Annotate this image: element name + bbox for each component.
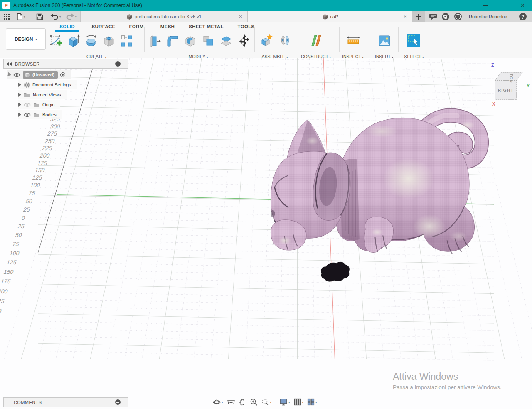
ruler-number: 250 bbox=[44, 138, 55, 144]
undo-button[interactable]: ▾ bbox=[49, 12, 62, 22]
ruler-number: 100 bbox=[9, 250, 20, 256]
visibility-off-eye-icon[interactable] bbox=[24, 103, 31, 107]
document-tab-2-close[interactable]: × bbox=[404, 14, 407, 20]
viewports-tool[interactable]: ▾ bbox=[307, 398, 317, 406]
viewport-canvas[interactable]: 3253002752502252001751501251007550250255… bbox=[0, 58, 532, 409]
extrude-button[interactable] bbox=[67, 33, 80, 48]
file-menu-caret: ▾ bbox=[24, 15, 25, 18]
workspace-selector[interactable]: DESIGN▾ bbox=[6, 28, 46, 50]
redo-icon bbox=[66, 13, 74, 20]
document-tab-1[interactable]: porta catena lato carrello X v6 v1 × bbox=[80, 11, 248, 22]
view-cube-top-face[interactable] bbox=[495, 72, 522, 81]
extensions-icon[interactable] bbox=[441, 12, 450, 21]
tree-item-document-settings[interactable]: Document Settings bbox=[18, 80, 77, 89]
select-button[interactable] bbox=[406, 33, 421, 48]
zoom-window-caret: ▾ bbox=[270, 401, 272, 404]
pan-tool[interactable] bbox=[239, 398, 246, 406]
restore-button[interactable] bbox=[495, 0, 513, 11]
move-button[interactable] bbox=[238, 33, 251, 48]
minimize-button[interactable] bbox=[476, 0, 495, 11]
combine-button[interactable] bbox=[202, 33, 215, 48]
group-divider bbox=[398, 27, 399, 52]
expand-icon[interactable] bbox=[18, 113, 21, 117]
svg-text:RIGHT: RIGHT bbox=[498, 88, 514, 93]
tree-item-named-views[interactable]: Named Views bbox=[18, 90, 67, 99]
orbit-tool[interactable]: ▾ bbox=[213, 398, 223, 406]
ruler-number: 75 bbox=[28, 190, 35, 196]
apps-grid-icon bbox=[4, 14, 10, 20]
activate-component-icon[interactable] bbox=[60, 72, 65, 77]
tab-tools[interactable]: TOOLS bbox=[236, 24, 256, 31]
construct-plane-button[interactable] bbox=[309, 33, 323, 48]
orbit-icon bbox=[213, 398, 221, 406]
tree-item-bodies[interactable]: Bodies bbox=[18, 110, 62, 119]
redo-button[interactable]: ▾ bbox=[65, 12, 78, 22]
expand-icon[interactable] bbox=[18, 103, 21, 107]
tab-mesh[interactable]: MESH bbox=[157, 24, 178, 31]
tree-item-origin[interactable]: Origin bbox=[18, 100, 60, 109]
expand-icon[interactable] bbox=[18, 83, 21, 87]
close-icon: × bbox=[521, 2, 525, 9]
job-status-clock-icon[interactable] bbox=[454, 12, 462, 21]
panel-drag-handle[interactable] bbox=[123, 399, 125, 405]
zoom-tool[interactable] bbox=[250, 398, 258, 406]
ribbon: DESIGN▾ SOLID SURFACE FORM MESH SHEET ME… bbox=[0, 22, 532, 58]
insert-canvas-button[interactable] bbox=[378, 33, 391, 48]
browser-header[interactable]: BROWSER bbox=[3, 59, 128, 69]
new-document-tab-button[interactable] bbox=[412, 11, 425, 22]
ruler-number: 100 bbox=[30, 182, 40, 188]
visibility-eye-icon[interactable] bbox=[13, 73, 20, 77]
document-tab-1-close[interactable]: × bbox=[239, 14, 242, 20]
grid-and-snaps-tool[interactable]: ▾ bbox=[294, 398, 304, 406]
close-button[interactable]: × bbox=[513, 0, 532, 11]
zoom-window-tool[interactable]: ▾ bbox=[261, 398, 272, 406]
view-cube[interactable]: TOP RIGHT Z Y X bbox=[486, 62, 532, 109]
tab-surface[interactable]: SURFACE bbox=[89, 24, 118, 31]
fusion360-window: F Autodesk Fusion 360 (Personal - Not fo… bbox=[0, 0, 532, 409]
press-pull-button[interactable] bbox=[148, 33, 161, 48]
root-selection[interactable]: (Unsaved) bbox=[23, 71, 58, 79]
pattern-button[interactable] bbox=[120, 33, 133, 48]
create-sketch-button[interactable] bbox=[49, 33, 62, 48]
component-cube-icon bbox=[25, 72, 30, 78]
tab-sheet-metal[interactable]: SHEET METAL bbox=[187, 24, 225, 31]
ruler-number: 50 bbox=[15, 232, 22, 238]
measure-button[interactable] bbox=[346, 33, 360, 48]
orbit-caret: ▾ bbox=[222, 401, 223, 404]
gear-icon bbox=[24, 82, 30, 88]
panel-drag-handle[interactable] bbox=[123, 61, 125, 67]
file-icon bbox=[16, 13, 23, 20]
document-tab-2[interactable]: cat* × bbox=[248, 11, 412, 22]
root-expand-icon[interactable] bbox=[6, 72, 12, 78]
collapse-all-icon[interactable] bbox=[115, 61, 121, 67]
file-menu-button[interactable]: ▾ bbox=[15, 12, 27, 22]
display-settings-tool[interactable]: ▾ bbox=[279, 398, 290, 406]
small-part-mesh-model[interactable] bbox=[321, 262, 349, 281]
user-name[interactable]: Robertce Robertce bbox=[469, 11, 507, 22]
ruler-number: 25 bbox=[23, 206, 30, 213]
revolve-button[interactable] bbox=[84, 33, 98, 48]
fillet-button[interactable] bbox=[166, 33, 179, 48]
grid-caret: ▾ bbox=[302, 401, 304, 404]
hole-button[interactable] bbox=[102, 33, 116, 48]
apps-grid-button[interactable] bbox=[2, 12, 11, 22]
tree-root-row[interactable]: (Unsaved) bbox=[7, 70, 71, 79]
shell-button[interactable] bbox=[184, 33, 197, 48]
tab-form[interactable]: FORM bbox=[126, 24, 147, 31]
comments-header[interactable]: COMMENTS bbox=[3, 397, 128, 407]
comments-toolbar-icon[interactable] bbox=[429, 12, 437, 21]
new-component-button[interactable] bbox=[260, 33, 273, 48]
cat-mesh-model[interactable] bbox=[271, 115, 482, 254]
help-icon[interactable]: ? bbox=[519, 12, 527, 21]
save-button[interactable] bbox=[35, 12, 44, 22]
folder-icon bbox=[33, 112, 40, 118]
expand-icon[interactable] bbox=[18, 93, 21, 97]
tab-solid[interactable]: SOLID bbox=[55, 24, 79, 31]
add-comment-icon[interactable] bbox=[115, 399, 121, 405]
joint-button[interactable] bbox=[278, 33, 292, 48]
folder-icon bbox=[33, 102, 40, 108]
redo-caret: ▾ bbox=[75, 15, 77, 18]
offset-plane-button[interactable] bbox=[219, 33, 233, 48]
look-at-tool[interactable] bbox=[227, 399, 235, 406]
visibility-eye-icon[interactable] bbox=[24, 113, 31, 117]
